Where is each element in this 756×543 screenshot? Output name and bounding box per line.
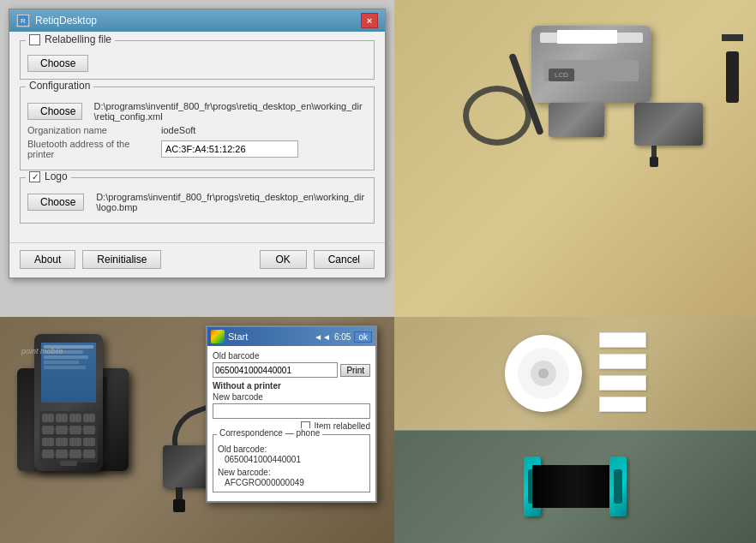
bt-address-input[interactable] (161, 140, 298, 158)
ribbon-photo (394, 431, 756, 544)
bt-address-row: Bluetooth address of the printer (27, 139, 367, 159)
logo-checkbox[interactable] (29, 171, 40, 182)
cable-coil (463, 86, 531, 146)
svg-text:R: R (21, 17, 26, 25)
corr-old-value: 0650041000440001 (225, 454, 301, 465)
dialog-area: R RetiqDesktop × Relabelling file Choose (0, 0, 394, 317)
mobile-title-right: ◄◄ 6:05 ok (314, 331, 372, 343)
configuration-choose-button[interactable]: Choose (27, 103, 82, 120)
mobile-title: Start (228, 331, 248, 342)
start-icon (211, 330, 225, 343)
relabelling-label: Relabelling file (45, 33, 111, 45)
mobile-overlay: Start ◄◄ 6:05 ok Old barcode Print (0, 317, 394, 543)
reinitialise-button[interactable]: Reinitialise (82, 250, 161, 269)
relabelling-section: Relabelling file Choose (20, 40, 375, 80)
printer-shape: LCD (531, 26, 651, 103)
spool-right (609, 456, 627, 516)
time-display: 6:05 (334, 332, 351, 342)
app-icon: R (16, 14, 30, 27)
accessories-photos (394, 317, 756, 543)
config-file-path: D:\programs\inventif_800_fr\progs\retiq_… (94, 101, 367, 122)
mobile-ok-button[interactable]: ok (354, 331, 372, 343)
corr-new-value: AFCGRO000000049 (225, 477, 304, 488)
label-piece-4 (599, 397, 646, 412)
label-roll-photo (394, 317, 756, 431)
roll-outer (505, 335, 582, 412)
about-button[interactable]: About (20, 250, 75, 269)
relabelling-legend: Relabelling file (26, 33, 115, 45)
logo-file-path: D:\programs\inventif_800_fr\progs\retiq_… (96, 192, 367, 212)
dialog-title: RetiqDesktop (35, 15, 97, 27)
spool-hub-right (614, 469, 622, 504)
org-name-row: Organization name iodeSoft (27, 125, 367, 135)
ribbon-spool (524, 452, 627, 521)
bt-address-label: Bluetooth address of the printer (27, 139, 156, 159)
org-name-value: iodeSoft (161, 125, 367, 135)
label-roll-scene (394, 317, 756, 430)
battery-device (549, 103, 604, 137)
close-button[interactable]: × (361, 13, 378, 28)
logo-section: Logo Choose D:\programs\inventif_800_fr\… (20, 177, 375, 224)
mobile-titlebar: Start ◄◄ 6:05 ok (207, 327, 375, 346)
power-plug (726, 51, 739, 103)
adapter-shape (634, 103, 703, 146)
correspondence-group: Correspondence — phone Old barcode: 0650… (213, 434, 370, 492)
ribbon-body (532, 465, 618, 508)
label-piece-2 (599, 354, 646, 369)
org-name-label: Organization name (27, 125, 156, 135)
new-barcode-input[interactable] (213, 403, 370, 419)
without-printer-section: Without a printer New barcode Item relab… (213, 381, 370, 431)
equipment-scene: LCD (394, 0, 756, 317)
relabelling-checkbox[interactable] (29, 34, 40, 45)
label-strip (599, 332, 646, 415)
footer-right: OK Cancel (260, 250, 375, 269)
cancel-button[interactable]: Cancel (314, 250, 375, 269)
old-barcode-section: Old barcode Print (213, 351, 370, 378)
new-barcode-label: New barcode (213, 392, 370, 402)
old-barcode-input[interactable] (213, 362, 338, 378)
mobile-dialog: Start ◄◄ 6:05 ok Old barcode Print (206, 325, 377, 503)
relabelling-choose-button[interactable]: Choose (27, 55, 88, 72)
dialog-titlebar: R RetiqDesktop × (9, 9, 385, 32)
handheld-photo: point mobile Start ◄◄ 6:05 ok Old b (0, 317, 394, 543)
label-piece-1 (599, 332, 646, 348)
config-choose-row: Choose D:\programs\inventif_800_fr\progs… (27, 101, 367, 122)
label-roll (505, 335, 582, 412)
ribbon-scene (394, 431, 756, 544)
print-button[interactable]: Print (340, 364, 370, 377)
without-printer-label: Without a printer (213, 381, 370, 391)
correspondence-title: Correspondence — phone (217, 428, 322, 438)
mobile-title-left: Start (211, 330, 248, 343)
logo-label: Logo (45, 170, 68, 182)
dialog-window: R RetiqDesktop × Relabelling file Choose (9, 9, 386, 278)
configuration-section: Configuration Choose D:\programs\inventi… (20, 87, 375, 170)
logo-choose-row: Choose D:\programs\inventif_800_fr\progs… (27, 192, 367, 212)
logo-legend: Logo (26, 170, 71, 182)
old-barcode-label: Old barcode (213, 351, 370, 361)
configuration-legend: Configuration (26, 80, 93, 92)
printer-paper (557, 30, 617, 44)
signal-icon: ◄◄ (314, 332, 331, 342)
label-piece-3 (599, 375, 646, 391)
logo-choose-button[interactable]: Choose (27, 194, 84, 211)
dialog-footer: About Reinitialise OK Cancel (9, 242, 385, 277)
configuration-label: Configuration (29, 80, 90, 92)
equipment-photo: LCD (394, 0, 756, 317)
ok-button[interactable]: OK (260, 250, 307, 269)
footer-left: About Reinitialise (20, 250, 161, 269)
mobile-body: Old barcode Print Without a printer New … (207, 346, 375, 501)
plug-prong (722, 34, 743, 41)
dialog-body: Relabelling file Choose Configuration Ch… (9, 32, 385, 239)
